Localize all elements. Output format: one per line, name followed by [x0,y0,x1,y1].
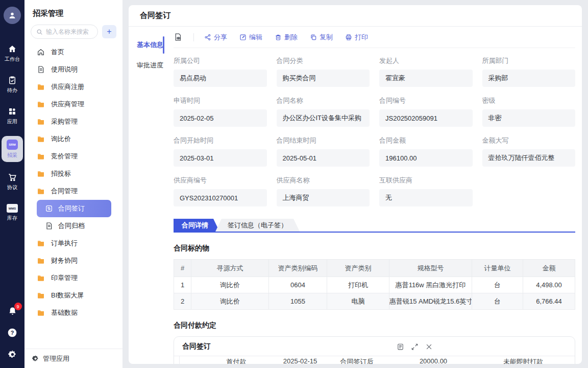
field-contract-name: 合同名称办公区办公IT设备集中采购 [277,96,370,127]
home-icon [8,44,17,54]
share-label: 分享 [214,33,227,42]
field-label: 合同金额 [379,136,473,145]
folder-icon [37,135,45,143]
home-outline-icon [37,48,45,56]
delete-label: 删除 [284,33,298,42]
form-icon[interactable] [397,343,404,351]
preview-button[interactable] [231,363,239,364]
sidebar-item-bi[interactable]: BI数据大屏 [24,287,122,304]
sidebar-item-contract-sign[interactable]: 合同签订 [37,200,111,217]
tab-approval-progress[interactable]: 审批进度 [129,55,163,76]
print-button[interactable]: 打印 [345,33,368,42]
rail-item-agreement[interactable]: 协议 [2,171,23,193]
sidebar-item-label: 首页 [51,48,64,57]
manage-apps-label: 管理应用 [43,354,69,363]
sidebar-item-guide[interactable]: 使用说明 [24,61,122,78]
notifications-button[interactable]: 9 [8,306,17,317]
sidebar-item-purchase-manage[interactable]: 采购管理 [24,113,122,130]
field-label: 供应商编号 [174,176,267,185]
payment-amount: 20000.00 [420,357,447,364]
field-label: 合同开始时间 [174,136,267,145]
field-value: 购买类合同 [277,70,370,87]
payment-section-title: 合同付款约定 [174,321,575,330]
cart-icon [8,173,17,182]
copy-icon [310,34,317,41]
field-initiator: 发起人霍宜豪 [379,56,473,87]
grid-icon [8,107,17,116]
rail-item-srm[interactable]: SRM 招采 [2,136,23,162]
col-amount: 金额 [523,260,575,277]
contract-sign-icon [45,204,53,213]
sidebar-item-home[interactable]: 首页 [24,43,122,61]
tab-basic-info[interactable]: 基本信息 [129,35,163,55]
tab-contract-detail[interactable]: 合同详情 [174,219,219,232]
col-asset-code: 资产类别编码 [269,260,327,277]
col-sourcing: 寻源方式 [191,260,269,277]
sidebar-item-label: 采购管理 [51,117,78,126]
sidebar-menu: 首页 使用说明 供应商注册 供应商管理 采购管理 询比价 竞价管理 招投标 [24,43,122,321]
col-asset-type: 资产类别 [327,260,389,277]
field-contract-category: 合同分类购买类合同 [277,56,370,87]
manage-apps-button[interactable]: 管理应用 [24,349,122,368]
sidebar-item-label: 印章管理 [51,273,78,283]
edit-button[interactable]: 编辑 [239,33,262,42]
window-title: 合同签订 [174,342,211,351]
copy-button[interactable]: 复制 [310,33,333,42]
sidebar-item-label: 合同归档 [58,221,85,231]
field-contract-no: 合同编号JS202502059091 [379,96,473,127]
sidebar-item-contract-archive[interactable]: 合同归档 [24,217,122,235]
tab-sign-info[interactable]: 签订信息（电子签） [215,219,300,232]
sidebar-item-label: 供应商管理 [51,100,84,109]
document-eye-icon [174,33,182,41]
table-row[interactable]: 2 询比价 1055 电脑 惠普锐15 AMD锐龙15.6英寸 台 6,766.… [174,293,575,310]
sidebar-item-order-exec[interactable]: 订单执行 [24,235,122,252]
field-value: 采购部 [482,70,576,87]
rail-item-label: 工作台 [5,56,20,63]
rail-item-todo[interactable]: 待办 [2,74,23,96]
sidebar-item-tender[interactable]: 招投标 [24,165,122,182]
rail-item-wms[interactable]: WMS 库存 [2,202,23,224]
field-value: 上海商贸 [277,189,370,206]
field-label: 供应商名称 [277,176,370,185]
rail-item-apps[interactable]: 应用 [2,105,23,127]
search-placeholder: 输入名称来搜索 [46,28,89,36]
settings-button[interactable] [8,350,17,361]
rail-item-workbench[interactable]: 工作台 [2,42,23,65]
avatar[interactable] [4,7,21,24]
sidebar-item-inquiry[interactable]: 询比价 [24,130,122,148]
sidebar-item-seal[interactable]: 印章管理 [24,269,122,287]
delete-button[interactable]: 删除 [275,33,298,42]
sidebar-item-label: 招投标 [51,169,71,178]
close-icon[interactable] [425,343,433,351]
field-value: GYS202310270001 [174,189,267,206]
module-sidebar: 招采管理 输入名称来搜索 + 首页 使用说明 供应商注册 供应商管理 采购管理 [24,0,122,368]
sidebar-item-supplier-manage[interactable]: 供应商管理 [24,96,122,113]
svg-text:?: ? [11,330,14,336]
field-label: 所属公司 [174,56,267,65]
field-amount-caps: 金额大写壹拾玖万陆仟壹佰元整 [482,136,576,167]
sidebar-item-base-data[interactable]: 基础数据 [24,304,122,321]
field-company: 所属公司易点易动 [174,56,267,87]
sidebar-item-finance[interactable]: 财务协同 [24,252,122,269]
subject-section-title: 合同标的物 [174,244,575,253]
sidebar-item-contract-manage[interactable]: 合同管理 [24,182,122,200]
preview-button[interactable] [174,33,182,41]
add-button[interactable]: + [102,25,116,38]
folder-icon [37,309,45,317]
sidebar-item-bidding-manage[interactable]: 竞价管理 [24,148,122,165]
field-value: 无 [379,189,473,206]
folder-icon [37,100,45,108]
field-amount: 合同金额196100.00 [379,136,473,167]
share-button[interactable]: 分享 [204,33,227,42]
folder-icon [37,83,45,91]
help-button[interactable]: ? [7,328,17,339]
field-apply-date: 申请时间2025-02-05 [174,96,267,127]
sidebar-item-supplier-register[interactable]: 供应商注册 [24,78,122,96]
expand-icon[interactable] [411,343,419,351]
table-row[interactable]: 1 询比价 0604 打印机 惠普116w 黑白激光打印 台 4,498.00 [174,277,575,293]
sidebar-item-label: 合同管理 [51,187,78,196]
search-input[interactable]: 输入名称来搜索 [31,25,98,39]
sidebar-item-label: 询比价 [51,134,71,144]
field-label: 合同分类 [277,56,370,65]
field-secrecy: 密级非密 [482,96,576,127]
